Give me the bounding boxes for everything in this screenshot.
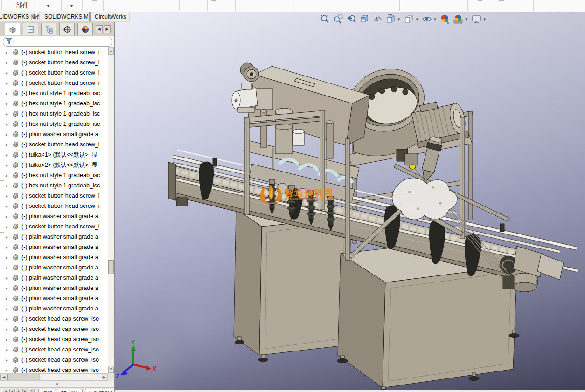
splitter-knob[interactable] xyxy=(56,383,58,385)
tree-item[interactable]: ▸ (-) socket button head screw_i xyxy=(0,57,108,68)
dropdown-caret-icon[interactable]: ▼ xyxy=(483,17,487,21)
expand-arrow-icon[interactable]: ▸ xyxy=(6,70,12,76)
tab-motion-study-1[interactable]: 运动算例 1 xyxy=(85,389,114,392)
expand-arrow-icon[interactable]: ▸ xyxy=(6,316,12,322)
hide-show-items-icon[interactable] xyxy=(421,14,432,25)
tree-item[interactable]: ▸ (-) socket button head screw_i xyxy=(0,78,108,88)
tree-item[interactable]: ▸ (-) socket head cap screw_iso xyxy=(0,334,108,344)
expand-arrow-icon[interactable]: ▸ xyxy=(6,152,12,158)
previous-view-icon[interactable] xyxy=(346,14,357,25)
expand-arrow-icon[interactable]: ▸ xyxy=(6,142,12,147)
motion-nav-button[interactable]: ▸ xyxy=(16,389,21,392)
tree-item[interactable]: ▸ (-) plain washer small grade a xyxy=(0,129,108,139)
tab-featuremanager-design-tree[interactable] xyxy=(5,23,20,35)
tree-item[interactable]: ▸ (-) hex nut style 1 gradeab_isc xyxy=(0,109,108,119)
expand-arrow-icon[interactable]: ▸ xyxy=(6,306,12,311)
zoom-to-fit-icon[interactable] xyxy=(320,14,331,25)
tree-item[interactable]: ▸ (-) socket button head screw_i xyxy=(0,68,108,78)
tree-item[interactable]: ▸ (-) socket head cap screw_iso xyxy=(0,344,108,355)
expand-arrow-icon[interactable]: ▸ xyxy=(6,122,12,127)
expand-arrow-icon[interactable]: ▸ xyxy=(6,296,12,301)
scroll-right-button[interactable]: ▶ xyxy=(101,374,107,380)
expand-arrow-icon[interactable]: ▸ xyxy=(6,224,12,229)
tree-item[interactable]: ▸ (-) hex nut style 1 gradeab_isc xyxy=(0,88,108,98)
dynamic-annotation-views-icon[interactable]: A xyxy=(372,14,383,25)
graphics-viewport[interactable]: Y X Z A ▼ ▼ xyxy=(115,12,585,390)
tree-vertical-scrollbar[interactable]: ▲ ▼ xyxy=(108,47,114,373)
motion-nav-button[interactable]: ◂ xyxy=(9,389,15,392)
tab-displaymanager[interactable] xyxy=(77,23,93,35)
expand-arrow-icon[interactable]: ▸ xyxy=(6,327,12,332)
tree-item[interactable]: ▸ (-) socket head cap screw_iso xyxy=(0,314,108,324)
tree-item[interactable]: ▸ (-) tulka<2> (默认<<默认>_显 xyxy=(0,160,108,170)
expand-arrow-icon[interactable]: ▸ xyxy=(6,358,12,363)
expand-arrow-icon[interactable]: ▸ xyxy=(6,337,12,342)
scroll-up-button[interactable]: ▲ xyxy=(108,48,114,55)
panel-tab-scroll-left[interactable]: ◀ xyxy=(96,25,103,33)
tree-item[interactable]: ▸ (-) plain washer small grade a xyxy=(0,232,108,242)
expand-arrow-icon[interactable]: ▸ xyxy=(6,101,12,106)
motion-nav-button[interactable]: ▸| xyxy=(22,389,28,392)
assembly-3d-model[interactable]: Y X Z xyxy=(115,12,585,390)
expand-arrow-icon[interactable]: ▸ xyxy=(6,368,12,373)
expand-arrow-icon[interactable]: ▸ xyxy=(6,347,12,352)
expand-arrow-icon[interactable]: ▸ xyxy=(6,234,12,240)
tree-item[interactable]: ▸ (-) plain washer small grade a xyxy=(0,273,108,283)
expand-arrow-icon[interactable]: ▸ xyxy=(6,193,12,199)
tree-item[interactable]: ▸ (-) socket head cap screw_iso xyxy=(0,355,108,365)
tab-dimxpertmanager[interactable] xyxy=(59,23,75,35)
tree-item[interactable]: ▸ (-) plain washer small grade a xyxy=(0,252,108,262)
tree-item[interactable]: ▸ (-) socket button head screw_i xyxy=(0,47,108,57)
panel-splitter[interactable] xyxy=(0,381,114,387)
tab-model[interactable]: 模型 xyxy=(38,389,56,392)
tree-item[interactable]: ▸ (-) socket head cap screw_iso xyxy=(0,365,108,373)
tree-horizontal-scrollbar[interactable]: ◀ ▶ xyxy=(0,373,108,381)
tree-item[interactable]: ▸ (-) hex nut style 1 gradeab_isc xyxy=(0,119,108,129)
view-settings-icon[interactable] xyxy=(471,14,482,25)
panel-tab-scroll-right[interactable]: ▶ xyxy=(104,25,111,33)
expand-arrow-icon[interactable]: ▸ xyxy=(6,111,12,117)
expand-arrow-icon[interactable]: ▸ xyxy=(6,275,12,281)
expand-arrow-icon[interactable]: ▸ xyxy=(6,255,12,260)
tab-circuitworks[interactable]: CircuitWorks xyxy=(90,12,129,21)
filter-funnel-icon[interactable] xyxy=(6,38,16,45)
tree-item[interactable]: ▸ (-) socket button head screw_i xyxy=(0,139,108,150)
expand-arrow-icon[interactable]: ▸ xyxy=(6,245,12,250)
dropdown-caret-icon[interactable]: ▼ xyxy=(415,17,419,21)
tab-solidworks-mbd[interactable]: SOLIDWORKS MBD xyxy=(40,12,90,21)
dropdown-caret-icon[interactable]: ▼ xyxy=(397,17,401,21)
scrollbar-thumb[interactable] xyxy=(7,374,40,380)
apply-scene-icon[interactable] xyxy=(453,14,464,25)
expand-arrow-icon[interactable]: ▸ xyxy=(6,265,12,270)
tab-solidworks-addins[interactable]: SOLIDWORKS 插件 xyxy=(0,12,39,21)
edit-appearance-icon[interactable] xyxy=(439,14,451,25)
tree-item[interactable]: ▸ (-) plain washer small grade a xyxy=(0,262,108,273)
tree-item[interactable]: ▸ (-) plain washer small grade a xyxy=(0,211,108,221)
display-style-icon[interactable] xyxy=(403,14,414,25)
feature-tree[interactable]: ▸ (-) socket button head screw_i xyxy=(0,47,108,373)
expand-arrow-icon[interactable]: ▸ xyxy=(6,286,12,291)
tree-item[interactable]: ▸ (-) socket button head screw_i xyxy=(0,191,108,201)
expand-arrow-icon[interactable]: ▸ xyxy=(6,50,12,55)
expand-arrow-icon[interactable]: ▸ xyxy=(6,91,12,96)
tree-item[interactable]: ▸ (-) plain washer small grade a xyxy=(0,293,108,303)
expand-arrow-icon[interactable]: ▸ xyxy=(6,173,12,178)
filter-input[interactable] xyxy=(3,37,112,47)
dropdown-caret-icon[interactable]: ▼ xyxy=(46,4,50,8)
tree-item[interactable]: ▸ (-) plain washer small grade a xyxy=(0,242,108,252)
view-orientation-icon[interactable] xyxy=(385,14,396,25)
tree-item[interactable]: ▸ (-) tulka<1> (默认<<默认>_显 xyxy=(0,150,108,160)
section-view-icon[interactable] xyxy=(359,14,370,25)
tree-item[interactable]: ▸ (-) socket button head screw_i xyxy=(0,201,108,211)
tree-item[interactable]: ▸ (-) hex nut style 1 gradeab_isc xyxy=(0,98,108,109)
motion-nav-button[interactable]: ≡ xyxy=(29,389,35,392)
motion-nav-button[interactable]: |◂ xyxy=(3,389,8,392)
dropdown-caret-icon[interactable]: ▼ xyxy=(433,17,437,21)
expand-arrow-icon[interactable]: ▸ xyxy=(6,214,12,219)
dropdown-caret-icon[interactable]: ▼ xyxy=(70,4,74,8)
tree-item[interactable]: ▸ (-) hex nut style 1 gradeab_isc xyxy=(0,170,108,180)
expand-arrow-icon[interactable]: ▸ xyxy=(6,163,12,168)
tree-item[interactable]: ▸ (-) socket button head screw_i xyxy=(0,221,108,232)
tree-item[interactable]: ▸ (-) plain washer small grade a xyxy=(0,303,108,314)
dropdown-caret-icon[interactable]: ▼ xyxy=(465,17,468,21)
